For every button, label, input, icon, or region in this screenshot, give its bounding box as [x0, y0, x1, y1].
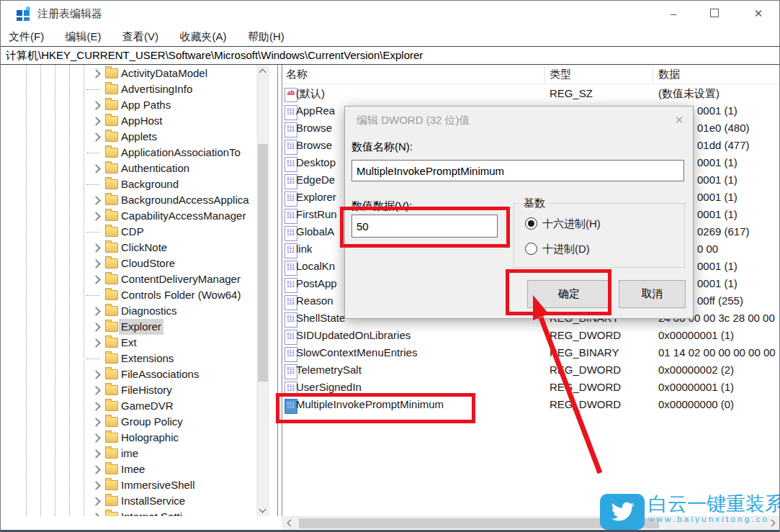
tree-item-label-cdp[interactable]: CDP	[121, 224, 144, 240]
tree-item[interactable]: InstallService	[0, 493, 278, 509]
radio-hex[interactable]: 十六进制(H)	[525, 217, 601, 231]
tree-item-label-capabilityaccessmanager[interactable]: CapabilityAccessManager	[121, 208, 246, 224]
tree-item[interactable]: Imee	[0, 461, 278, 477]
tree-item-label-explorer[interactable]: Explorer	[119, 319, 163, 335]
value-name[interactable]: GlobalA	[296, 223, 334, 240]
value-name[interactable]: Browse	[296, 137, 332, 154]
tree-item[interactable]: Holographic	[0, 430, 278, 446]
expand-chevron-icon[interactable]	[91, 481, 101, 490]
tree-item-label-internet-setti[interactable]: Internet Setti	[121, 509, 182, 516]
tree-item[interactable]: Applets	[0, 129, 278, 145]
close-button[interactable]: ✕	[742, 0, 775, 27]
cancel-button[interactable]: 取消	[619, 280, 686, 308]
menu-edit[interactable]: 编辑(E)	[66, 27, 102, 46]
expand-chevron-icon[interactable]	[91, 497, 101, 506]
tree-item-label-cloudstore[interactable]: CloudStore	[121, 256, 175, 271]
tree-item[interactable]: Background	[0, 176, 278, 192]
value-name[interactable]: SlowContextMenuEntries	[296, 344, 417, 361]
tree-item[interactable]: Internet Setti	[0, 509, 278, 516]
tree-item[interactable]: GameDVR	[0, 398, 278, 414]
value-name[interactable]: MultipleInvokePromptMinimum	[296, 396, 444, 413]
value-name[interactable]: Desktop	[296, 154, 336, 171]
tree-item[interactable]: ClickNote	[0, 240, 278, 256]
expand-chevron-icon[interactable]	[91, 386, 101, 395]
tree-item[interactable]: Explorer	[0, 319, 278, 335]
value-name[interactable]: TelemetrySalt	[296, 361, 362, 379]
tree-item-label-holographic[interactable]: Holographic	[121, 430, 179, 446]
tree-item[interactable]: App Paths	[0, 97, 278, 113]
value-name[interactable]: EdgeDe	[296, 171, 335, 189]
value-name[interactable]: PostApp	[296, 275, 337, 292]
tree-item-label-advertisinginfo[interactable]: AdvertisingInfo	[121, 81, 192, 97]
tree-vertical-scrollbar[interactable]	[256, 65, 269, 516]
expand-chevron-icon[interactable]	[91, 164, 101, 173]
value-name[interactable]: Explorer	[296, 189, 336, 206]
expand-chevron-icon[interactable]	[91, 101, 101, 110]
tree-item-label-applets[interactable]: Applets	[121, 129, 157, 145]
tree-item-label-activitydatamodel[interactable]: ActivityDataModel	[121, 66, 207, 81]
tree-item-label-controls-folder-wow64-[interactable]: Controls Folder (Wow64)	[121, 287, 241, 303]
expand-chevron-icon[interactable]	[91, 132, 101, 142]
tree-item-label-backgroundaccessapplica[interactable]: BackgroundAccessApplica	[121, 192, 249, 208]
expand-chevron-icon[interactable]	[91, 196, 101, 205]
tree-item[interactable]: Diagnostics	[0, 303, 278, 319]
value-name[interactable]: UserSignedIn	[296, 379, 362, 396]
value-row[interactable]: 011110SIDUpdatedOnLibrariesREG_DWORD0x00…	[282, 327, 780, 344]
dialog-close-button[interactable]: ✕	[670, 112, 689, 128]
tree-item-label-ime[interactable]: ime	[121, 446, 138, 461]
tree-vscroll-thumb[interactable]	[258, 144, 268, 382]
scroll-up-icon[interactable]	[256, 65, 269, 77]
tree-item[interactable]: BackgroundAccessApplica	[0, 192, 278, 208]
value-row[interactable]: ab(默认)REG_SZ(数值未设置)	[282, 85, 780, 102]
menu-favorites[interactable]: 收藏夹(A)	[180, 27, 227, 46]
tree-item[interactable]: AdvertisingInfo	[0, 81, 278, 97]
tree-item[interactable]: ApplicationAssociationTo	[0, 145, 278, 161]
value-name[interactable]: link	[296, 240, 313, 258]
tree-item[interactable]: Ext	[0, 335, 278, 351]
expand-chevron-icon[interactable]	[91, 338, 101, 348]
tree-item-label-extensions[interactable]: Extensions	[121, 351, 174, 366]
tree-item[interactable]: Controls Folder (Wow64)	[0, 287, 278, 303]
tree-item-label-app-paths[interactable]: App Paths	[121, 97, 171, 113]
value-name-input[interactable]	[351, 160, 684, 181]
expand-chevron-icon[interactable]	[91, 212, 101, 221]
tree-item-label-filehistory[interactable]: FileHistory	[121, 382, 172, 398]
value-name[interactable]: ShellState	[296, 310, 345, 327]
expand-chevron-icon[interactable]	[91, 370, 101, 379]
ok-button[interactable]: 确定	[527, 280, 611, 308]
expand-chevron-icon[interactable]	[91, 323, 101, 332]
tree-item[interactable]: AppHost	[0, 113, 278, 129]
tree-item[interactable]: ImmersiveShell	[0, 477, 278, 493]
tree-item-label-apphost[interactable]: AppHost	[121, 113, 163, 129]
tree-item[interactable]: CapabilityAccessManager	[0, 208, 278, 224]
tree-item[interactable]: CloudStore	[0, 256, 278, 271]
tree-item[interactable]: FileAssociations	[0, 366, 278, 382]
tree-item[interactable]: ActivityDataModel	[0, 66, 278, 81]
registry-path-bar[interactable]: 计算机\HKEY_CURRENT_USER\Software\Microsoft…	[0, 46, 780, 65]
tree-item-label-gamedvr[interactable]: GameDVR	[121, 398, 174, 414]
expand-chevron-icon[interactable]	[91, 449, 101, 459]
tree-item[interactable]: Extensions	[0, 351, 278, 366]
value-row[interactable]: 011110SlowContextMenuEntriesREG_BINARY01…	[282, 344, 780, 361]
value-name[interactable]: Reason	[296, 292, 333, 310]
tree-item-label-imee[interactable]: Imee	[121, 461, 145, 477]
tree-item[interactable]: FileHistory	[0, 382, 278, 398]
expand-chevron-icon[interactable]	[91, 402, 101, 411]
tree-item[interactable]: CDP	[0, 224, 278, 240]
scroll-left-icon[interactable]	[283, 517, 295, 529]
expand-chevron-icon[interactable]	[91, 69, 101, 78]
tree-item-label-authentication[interactable]: Authentication	[121, 161, 189, 176]
tree-item-label-applicationassociationto[interactable]: ApplicationAssociationTo	[121, 145, 241, 161]
menu-view[interactable]: 查看(V)	[122, 27, 158, 46]
value-row[interactable]: 011110TelemetrySaltREG_DWORD0x00000002 (…	[282, 361, 780, 379]
tree-item[interactable]: ContentDeliveryManager	[0, 271, 278, 287]
tree-item-label-immersiveshell[interactable]: ImmersiveShell	[121, 477, 195, 493]
expand-chevron-icon[interactable]	[91, 307, 101, 316]
expand-chevron-icon[interactable]	[91, 243, 101, 253]
menu-file[interactable]: 文件(F)	[9, 27, 44, 46]
value-name[interactable]: (默认)	[296, 85, 325, 102]
tree-item-label-installservice[interactable]: InstallService	[121, 493, 185, 509]
tree-item[interactable]: Group Policy	[0, 414, 278, 430]
value-row[interactable]: 011110UserSignedInREG_DWORD0x00000001 (1…	[282, 379, 780, 396]
minimize-button[interactable]: –	[657, 0, 690, 27]
